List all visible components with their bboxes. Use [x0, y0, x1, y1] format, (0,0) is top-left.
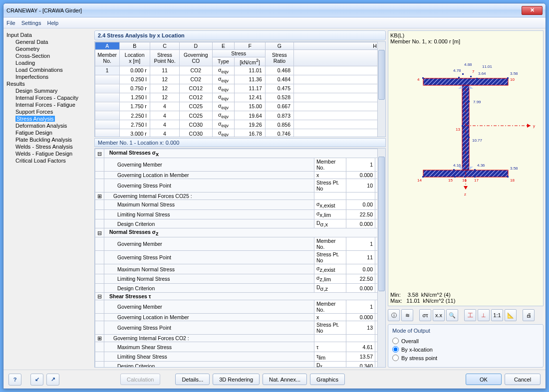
nav-design-summary[interactable]: Design Summary	[6, 87, 91, 94]
svg-rect-17	[507, 77, 509, 79]
rendering-button[interactable]: 3D Rendering	[213, 374, 260, 385]
nav-plate-buckling[interactable]: Plate Buckling Analysis	[6, 136, 91, 143]
svg-text:4.36: 4.36	[477, 163, 485, 168]
table-row[interactable]: 1.750 r4CO25σeqv15.000.667	[95, 102, 386, 111]
svg-text:4: 4	[417, 77, 420, 82]
svg-text:4.78: 4.78	[453, 68, 461, 73]
main-header: 2.4 Stress Analysis by x Location	[94, 30, 386, 40]
col-a[interactable]: A	[95, 42, 120, 50]
col-e[interactable]: E	[212, 42, 235, 50]
svg-marker-10	[527, 124, 531, 128]
scrollbar-thumb[interactable]	[378, 50, 385, 100]
nav-welds-stress[interactable]: Welds - Stress Analysis	[6, 143, 91, 150]
section-viewer[interactable]: KB(L)Member No. 1, x: 0.000 r [m]	[388, 30, 544, 306]
table-row[interactable]: 1.250 l12CO12σeqv12.410.528	[95, 93, 386, 102]
svg-rect-41	[462, 73, 464, 75]
scale-icon[interactable]: 1:1	[491, 309, 503, 321]
graphics-button[interactable]: Graphics	[310, 374, 345, 385]
svg-text:14: 14	[417, 178, 422, 183]
import-icon[interactable]: ↙	[30, 374, 43, 386]
menu-file[interactable]: File	[6, 20, 15, 26]
col-g[interactable]: G	[265, 42, 293, 50]
section-view-icon[interactable]: 工	[464, 309, 476, 321]
svg-text:16: 16	[462, 178, 467, 183]
annex-button[interactable]: Nat. Annex...	[263, 374, 307, 385]
svg-rect-39	[474, 169, 476, 171]
svg-rect-31	[468, 101, 470, 102]
svg-marker-13	[464, 186, 468, 190]
nav-critical-load[interactable]: Critical Load Factors	[6, 157, 91, 164]
svg-text:13: 13	[456, 127, 460, 132]
nav-tree: Input Data General Data Geometry Cross-S…	[5, 30, 92, 368]
svg-text:11.01: 11.01	[482, 64, 493, 69]
sigma-tau-icon[interactable]: στ	[419, 309, 431, 321]
details-button[interactable]: Details...	[175, 374, 210, 385]
svg-rect-29	[474, 176, 476, 178]
section-alt-icon[interactable]: ⊥	[478, 309, 490, 321]
menu-help[interactable]: Help	[47, 20, 58, 26]
svg-text:y: y	[533, 124, 535, 128]
nav-general-data[interactable]: General Data	[6, 38, 91, 45]
mode-panel: Mode of Output Overall By x-location By …	[388, 324, 544, 368]
results-grid[interactable]: A B C D E F G H MemberNo. Locationx [m] …	[94, 41, 386, 137]
nav-geometry[interactable]: Geometry	[6, 45, 91, 52]
cancel-button[interactable]: Cancel	[505, 374, 541, 385]
app-window: CRANEWAY - [CRAWA Girder] ✕ File Setting…	[3, 3, 546, 389]
menu-settings[interactable]: Settings	[21, 20, 41, 26]
nav-deformation[interactable]: Deformation Analysis	[6, 122, 91, 129]
nav-fatigue-design[interactable]: Fatigue Design	[6, 129, 91, 136]
table-row[interactable]: 0.750 r12CO12σeqv11.170.475	[95, 84, 386, 93]
nav-group-input[interactable]: Input Data	[6, 31, 91, 38]
info-icon[interactable]: ⓘ	[388, 309, 400, 321]
section-nsx[interactable]: Normal Stresses σx	[104, 149, 386, 158]
svg-text:15: 15	[448, 178, 453, 183]
col-f[interactable]: F	[235, 42, 265, 50]
svg-rect-47	[476, 78, 478, 79]
values-icon[interactable]: x.x	[433, 309, 445, 321]
radio-by-sp[interactable]: By stress point	[392, 354, 539, 362]
detail-scrollbar[interactable]	[377, 149, 385, 367]
hdr-gov-co: GoverningCO	[180, 50, 212, 66]
table-row[interactable]: 2.250 l4CO25σeqv19.640.873	[95, 111, 386, 120]
stress-icon[interactable]: ≋	[401, 309, 413, 321]
scrollbar-thumb[interactable]	[378, 157, 385, 291]
svg-rect-27	[464, 176, 466, 178]
nav-welds-fatigue[interactable]: Welds - Fatigue Design	[6, 150, 91, 157]
nav-if-capacity[interactable]: Internal Forces - Capacity	[6, 94, 91, 101]
help-icon[interactable]: ?	[8, 374, 21, 386]
col-b[interactable]: B	[119, 42, 150, 50]
radio-by-x[interactable]: By x-location	[392, 345, 539, 354]
axes-icon[interactable]: 📐	[505, 309, 517, 321]
table-row[interactable]: 0.250 l12CO2σeqv11.360.484	[95, 75, 386, 84]
ok-button[interactable]: OK	[466, 374, 502, 385]
nav-group-results[interactable]: Results	[6, 80, 91, 87]
hdr-member-no: MemberNo.	[95, 50, 120, 66]
print-icon[interactable]: 🖨	[523, 309, 535, 321]
grid-scrollbar[interactable]	[377, 42, 385, 137]
nav-support-forces[interactable]: Support Forces	[6, 108, 91, 115]
nav-if-fatigue[interactable]: Internal Forces - Fatigue	[6, 101, 91, 108]
export-icon[interactable]: ↗	[46, 374, 59, 386]
search-icon[interactable]: 🔍	[446, 309, 458, 321]
viewer-label: KB(L)Member No. 1, x: 0.000 r [m]	[390, 32, 460, 44]
col-h[interactable]: H	[294, 42, 386, 50]
close-button[interactable]: ✕	[522, 6, 543, 15]
calculation-button[interactable]: Calculation	[120, 374, 160, 385]
radio-overall[interactable]: Overall	[392, 337, 539, 345]
svg-marker-5	[458, 85, 462, 89]
nav-load-comb[interactable]: Load Combinations	[6, 66, 91, 73]
table-row[interactable]: 10.000 r11CO2σeqv11.010.468	[95, 66, 386, 75]
col-c[interactable]: C	[150, 42, 179, 50]
section-nsz[interactable]: Normal Stresses σz	[104, 228, 386, 237]
svg-rect-20	[422, 176, 424, 178]
nav-cross-section[interactable]: Cross-Section	[6, 52, 91, 59]
nav-stress-analysis[interactable]: Stress Analysis	[6, 115, 91, 122]
table-row[interactable]: 2.750 l4CO30σeqv19.260.856	[95, 120, 386, 129]
table-row[interactable]: 3.000 r4CO30σeqv16.780.746	[95, 129, 386, 137]
detail-table[interactable]: ⊟Normal Stresses σx Governing MemberMemb…	[94, 148, 386, 368]
nav-loading[interactable]: Loading	[6, 59, 91, 66]
title-bar: CRANEWAY - [CRAWA Girder] ✕	[3, 3, 546, 17]
nav-imperfections[interactable]: Imperfections	[6, 73, 91, 80]
col-d[interactable]: D	[180, 42, 212, 50]
section-ss[interactable]: Shear Stresses τ	[104, 293, 386, 300]
